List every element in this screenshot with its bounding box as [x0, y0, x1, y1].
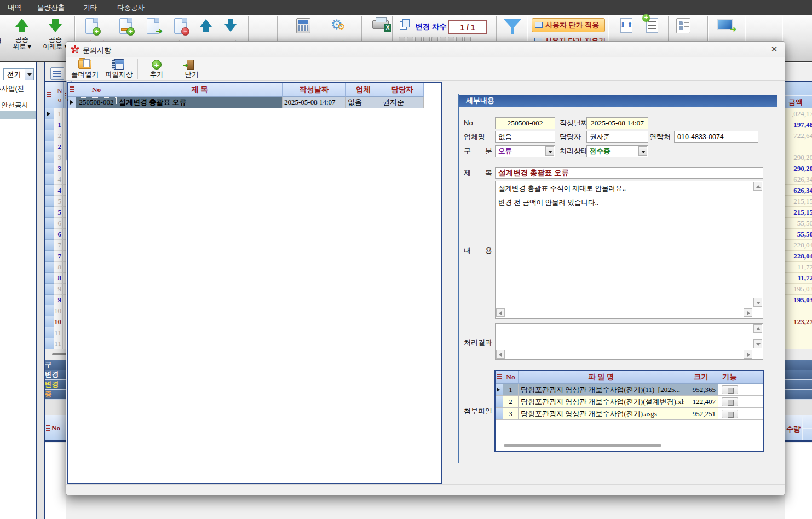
amount-cell: 228,04	[785, 240, 812, 251]
file-size-cell: 952,251	[684, 408, 718, 420]
scroll-right-button[interactable]	[744, 350, 752, 359]
user-price-apply-button[interactable]: 사용자 단가 적용	[532, 18, 605, 32]
add-button[interactable]: +추가	[141, 59, 172, 79]
row-number-cell: 6	[54, 218, 63, 229]
scroll-right-button[interactable]	[744, 308, 752, 317]
menu-item-4[interactable]: 다중공사	[117, 3, 145, 13]
close-button[interactable]: ✕	[769, 45, 779, 54]
attachments-hscrollbar[interactable]	[504, 444, 661, 447]
add-icon: +	[152, 60, 162, 70]
row-selector-cell[interactable]	[45, 108, 54, 119]
menu-item-3[interactable]: 기타	[83, 3, 97, 13]
column-header: No	[503, 371, 519, 384]
save-file-button[interactable]	[722, 410, 738, 418]
row-selector-cell[interactable]	[45, 284, 54, 295]
funnel-icon	[504, 19, 521, 29]
menu-item-2[interactable]: 물량산출	[37, 3, 65, 13]
toolbar-separator	[209, 59, 209, 79]
원격지원-icon	[717, 19, 733, 30]
summary-label: 구	[45, 360, 66, 370]
row-selector-cell[interactable]	[45, 251, 54, 262]
row-selector-cell[interactable]	[45, 196, 54, 207]
plus-badge-icon: +	[126, 27, 135, 36]
row-selector-cell[interactable]	[45, 141, 54, 152]
row-selector-cell[interactable]	[45, 174, 54, 185]
bottom-grid-body-right	[785, 443, 812, 519]
folder-open-button[interactable]: 폴더열기	[70, 59, 100, 79]
grid-header-left: No정	[45, 82, 66, 108]
grid-settings-button[interactable]	[50, 67, 64, 80]
grid-hscrollbar-left[interactable]	[45, 349, 66, 360]
row-selector-cell	[496, 384, 503, 396]
row-selector-cell[interactable]	[45, 163, 54, 174]
row-selector-cell[interactable]	[45, 240, 54, 251]
category-combo[interactable]: 오류	[495, 145, 555, 157]
row-selector-cell[interactable]	[45, 262, 54, 273]
amount-cell: 290,20	[785, 152, 812, 163]
row-number-cell: 3	[54, 163, 63, 174]
scroll-down-button[interactable]	[753, 339, 762, 348]
save-file-button[interactable]	[722, 397, 738, 406]
button-label: 폴더열기	[70, 70, 100, 79]
row-selector-cell[interactable]	[45, 305, 54, 316]
file-save-button[interactable]: 파일저장	[102, 59, 135, 79]
row-selector-cell[interactable]	[45, 338, 54, 349]
row-selector-cell[interactable]	[45, 295, 54, 305]
row-cell: 권자준	[381, 97, 424, 108]
row-selector-cell[interactable]	[45, 130, 54, 141]
tree-selected-row[interactable]	[0, 111, 36, 119]
row-cell: 없음	[346, 97, 381, 108]
amount-cell: 228,04	[785, 251, 812, 262]
calculator-icon	[296, 18, 310, 33]
attachment-row[interactable]: 2당항포관광지 영상관 개보수사업(전기)(설계변경).xlsx122,407	[496, 396, 763, 408]
move-work-down-button[interactable]: 공종아래로 ▾	[43, 15, 67, 59]
summary-row-변경: 변경	[45, 380, 66, 390]
row-selector-cell[interactable]	[45, 316, 54, 327]
no-column-header: N	[56, 86, 64, 95]
amount-cell: 626,34	[785, 174, 812, 185]
scroll-down-button[interactable]	[753, 298, 762, 307]
attachment-row[interactable]: 1당항포관광지 영상관 개보수사업(전기)(11)_[2025...952,36…	[496, 384, 763, 396]
row-selector-cell[interactable]	[45, 207, 54, 218]
row-selector-cell[interactable]	[45, 218, 54, 229]
toolbar-edge-cut-label: 경	[0, 36, 2, 45]
amount-cell: 722,64	[785, 130, 812, 141]
row-selector-cell[interactable]	[45, 185, 54, 196]
row-cell: 250508-002	[76, 97, 117, 108]
row-number-cell: 9	[54, 295, 63, 305]
row-selector-cell[interactable]	[45, 327, 54, 338]
scroll-up-button[interactable]	[753, 324, 762, 333]
inquiry-row[interactable]: 250508-002설계변경 총괄표 오류2025-05-08 14:07없음권…	[68, 97, 424, 108]
status-combo[interactable]: 접수중	[586, 145, 648, 157]
tree-item-work[interactable]: 안선공사	[1, 101, 28, 110]
save-file-button[interactable]	[722, 385, 738, 394]
file-no-cell: 2	[503, 396, 519, 408]
row-number-cell: 6	[54, 229, 63, 240]
row-selector-cell	[68, 97, 76, 108]
discipline-combo[interactable]: 전기	[3, 68, 34, 80]
result-textarea[interactable]	[495, 323, 763, 360]
amount-cell	[785, 338, 812, 349]
row-selector-icon	[497, 374, 502, 380]
row-selector-cell	[496, 396, 503, 408]
scroll-left-button[interactable]	[496, 308, 505, 317]
menu-item-1[interactable]: 내역	[8, 3, 21, 13]
contact-label: 연락처	[649, 131, 671, 143]
company-field[interactable]: 없음	[495, 131, 555, 143]
tree-item-project[interactable]: 수사업(전	[0, 84, 24, 94]
row-selector-cell[interactable]	[45, 119, 54, 130]
teal-down-arrow-icon	[224, 24, 237, 32]
content-textarea[interactable]: 설계변경 총괄표 수식이 제대로 안물려요..변경 전 금액이 안물려 있습니다…	[495, 181, 763, 319]
row-selector-cell[interactable]	[45, 152, 54, 163]
scroll-up-button[interactable]	[753, 182, 762, 191]
subject-field[interactable]: 설계변경 총괄표 오류	[495, 167, 763, 179]
contact-field[interactable]: 010-4833-0074	[674, 131, 758, 143]
move-work-up-button[interactable]: 공종위로 ▾	[10, 15, 34, 59]
green-arrow-badge-icon: ➜	[155, 27, 163, 36]
attachment-row[interactable]: 3당항포관광지 영상관 개보수사업(전기).asgs952,251	[496, 408, 763, 420]
scroll-left-button[interactable]	[496, 350, 505, 359]
row-selector-cell[interactable]	[45, 273, 54, 284]
exit-button[interactable]: 닫기	[177, 59, 206, 79]
manager-field[interactable]: 권자준	[586, 131, 648, 143]
row-selector-cell[interactable]	[45, 229, 54, 240]
